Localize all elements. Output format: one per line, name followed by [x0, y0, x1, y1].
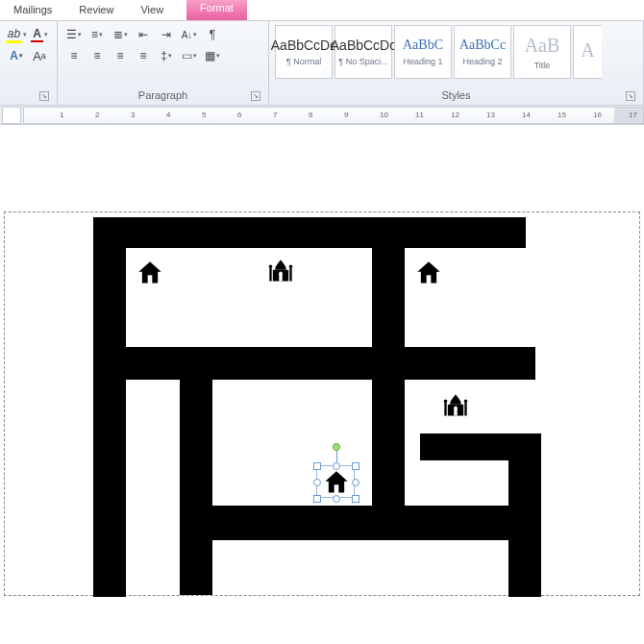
ruler-tick: 17: [629, 111, 637, 119]
show-marks-button[interactable]: ¶: [202, 25, 223, 44]
resize-handle[interactable]: [333, 462, 340, 470]
borders-button[interactable]: ▦: [202, 46, 223, 65]
map-road[interactable]: [93, 217, 126, 597]
align-right-button[interactable]: ≡: [110, 46, 131, 65]
resize-handle[interactable]: [352, 479, 359, 486]
style-no-spacing[interactable]: AaBbCcDc¶ No Spaci...: [334, 25, 392, 79]
align-center-button[interactable]: ≡: [87, 46, 108, 65]
ruler-tick: 14: [522, 111, 531, 119]
ruler-tick: 9: [344, 111, 348, 119]
map-road[interactable]: [93, 347, 535, 380]
tab-format[interactable]: Format: [186, 0, 247, 20]
group-paragraph: ☰ ≡ ≣ ⇤ ⇥ A↓ ¶ ≡ ≡ ≡ ≡ ‡ ▭ ▦ Paragraph↘: [58, 21, 269, 105]
horizontal-ruler[interactable]: 1234567891011121314151617: [23, 107, 644, 124]
ruler-tick: 4: [166, 111, 170, 119]
resize-handle[interactable]: [313, 495, 321, 503]
font-color-button[interactable]: A: [29, 25, 50, 44]
group-styles: AaBbCcDc¶ Normal AaBbCcDc¶ No Spaci... A…: [269, 21, 644, 105]
text-effects-button[interactable]: A: [6, 46, 27, 65]
ruler-tick: 7: [273, 111, 277, 119]
paragraph-dialog-launcher[interactable]: ↘: [251, 91, 260, 101]
ruler-tick: 11: [415, 111, 424, 119]
highlight-color-button[interactable]: ab: [6, 25, 27, 44]
resize-handle[interactable]: [333, 495, 340, 503]
mosque-icon[interactable]: [441, 392, 470, 419]
ruler-area: 1234567891011121314151617: [0, 106, 644, 125]
map-road[interactable]: [508, 433, 541, 597]
resize-handle[interactable]: [313, 479, 321, 486]
home-icon[interactable]: [136, 260, 164, 286]
mosque-icon[interactable]: [266, 258, 295, 285]
line-spacing-button[interactable]: ‡: [156, 46, 177, 65]
map-road[interactable]: [180, 506, 541, 540]
rotation-connector: [336, 451, 337, 462]
group-styles-label: Styles↘: [275, 89, 637, 103]
ruler-tick: 12: [451, 111, 459, 119]
selection-frame[interactable]: [316, 465, 355, 498]
ribbon-tabs: Mailings Review View Format: [0, 0, 644, 21]
sort-button[interactable]: A↓: [179, 25, 200, 44]
tab-view[interactable]: View: [127, 0, 177, 20]
ruler-tick: 3: [131, 111, 135, 119]
ruler-tick: 5: [202, 111, 206, 119]
font-dialog-launcher[interactable]: ↘: [39, 91, 49, 101]
ruler-tick: 16: [593, 111, 602, 119]
page-canvas[interactable]: [4, 211, 640, 596]
group-paragraph-label: Paragraph↘: [63, 89, 262, 103]
resize-handle[interactable]: [352, 462, 359, 470]
ribbon: ab A A Aa ↘ ☰ ≡ ≣ ⇤ ⇥ A↓ ¶ ≡ ≡: [0, 21, 644, 106]
shading-button[interactable]: ▭: [179, 46, 200, 65]
style-heading2[interactable]: AaBbCcHeading 2: [454, 25, 511, 79]
tab-selector[interactable]: [2, 107, 21, 124]
ruler-tick: 1: [60, 111, 63, 119]
resize-handle[interactable]: [352, 495, 359, 503]
decrease-indent-button[interactable]: ⇤: [133, 25, 154, 44]
tab-review[interactable]: Review: [65, 0, 127, 20]
style-heading1[interactable]: AaBbCHeading 1: [394, 25, 452, 79]
group-font-partial: ab A A Aa ↘: [0, 21, 58, 105]
map-road[interactable]: [372, 217, 405, 525]
bullets-button[interactable]: ☰: [63, 25, 85, 44]
map-drawing: [93, 217, 545, 602]
map-road[interactable]: [93, 217, 526, 248]
group-font-label: ↘: [6, 89, 51, 103]
styles-gallery[interactable]: AaBbCcDc¶ Normal AaBbCcDc¶ No Spaci... A…: [275, 25, 602, 79]
resize-handle[interactable]: [313, 462, 321, 470]
ruler-tick: 13: [486, 111, 495, 119]
tab-mailings[interactable]: Mailings: [0, 0, 65, 20]
clear-formatting-button[interactable]: Aa: [29, 46, 50, 65]
ruler-tick: 2: [95, 111, 99, 119]
styles-dialog-launcher[interactable]: ↘: [626, 91, 635, 101]
ruler-tick: 10: [380, 111, 388, 119]
document-workspace: [0, 125, 644, 596]
style-normal[interactable]: AaBbCcDc¶ Normal: [275, 25, 333, 79]
justify-button[interactable]: ≡: [133, 46, 154, 65]
ruler-tick: 8: [309, 111, 312, 119]
numbering-button[interactable]: ≡: [87, 25, 108, 44]
rotation-handle[interactable]: [333, 443, 340, 451]
style-title[interactable]: AaBTitle: [513, 25, 571, 79]
home-icon[interactable]: [414, 260, 443, 286]
map-road[interactable]: [180, 379, 212, 595]
ruler-tick: 6: [237, 111, 241, 119]
style-more[interactable]: A: [573, 25, 602, 79]
align-left-button[interactable]: ≡: [63, 46, 85, 65]
multilevel-list-button[interactable]: ≣: [110, 25, 131, 44]
increase-indent-button[interactable]: ⇥: [156, 25, 177, 44]
ruler-tick: 15: [557, 111, 566, 119]
